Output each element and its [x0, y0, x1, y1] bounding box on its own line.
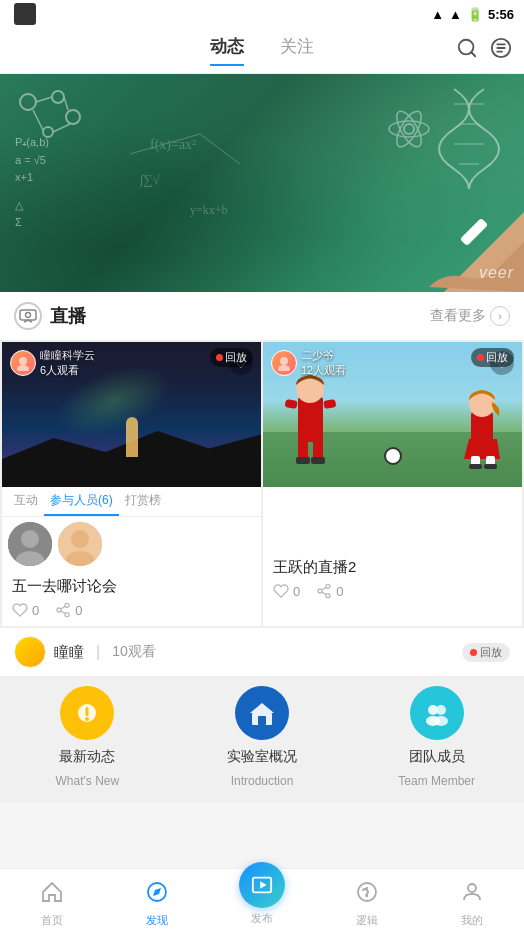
- card-2-share-count: 0: [336, 584, 343, 599]
- svg-rect-43: [298, 397, 323, 442]
- live-card-2-image: 二少爷 12人观看 ♡ 回放: [263, 342, 522, 487]
- feature-tile-team[interactable]: 团队成员 Team Member: [349, 686, 524, 788]
- card-1-title: 五一去哪讨论会: [12, 577, 251, 596]
- svg-line-10: [36, 97, 52, 102]
- svg-marker-68: [250, 703, 274, 713]
- svg-rect-69: [258, 716, 266, 725]
- svg-rect-47: [296, 457, 310, 464]
- live-card-2[interactable]: 二少爷 12人观看 ♡ 回放 王跃的直播2 0: [263, 342, 522, 626]
- wifi-icon: ▲: [431, 7, 444, 22]
- nav-icons: [456, 37, 512, 65]
- svg-point-6: [20, 94, 36, 110]
- svg-point-9: [43, 127, 53, 137]
- svg-rect-65: [86, 707, 89, 716]
- live-section-title: 直播: [50, 304, 86, 328]
- whats-new-label-zh: 最新动态: [59, 748, 115, 766]
- svg-line-13: [33, 110, 43, 130]
- card-2-avatar: [271, 350, 297, 376]
- see-more-text: 查看更多: [430, 307, 486, 325]
- card-1-streamer-name: 瞳瞳科学云: [40, 348, 95, 363]
- see-more-btn[interactable]: 查看更多 ›: [430, 306, 510, 326]
- bottom-stream-name: 瞳瞳: [54, 643, 84, 662]
- svg-line-11: [64, 97, 68, 110]
- red-dot: [216, 354, 223, 361]
- see-more-circle-icon: ›: [490, 306, 510, 326]
- whats-new-icon: [60, 686, 114, 740]
- svg-line-41: [61, 611, 66, 614]
- status-bar: ▲ ▲ 🔋 5:56: [0, 0, 524, 28]
- participants-row: [2, 517, 261, 571]
- top-nav: 动态 关注: [0, 28, 524, 74]
- svg-rect-56: [484, 464, 497, 469]
- svg-point-58: [278, 365, 290, 371]
- home-icon: [40, 880, 64, 910]
- svg-rect-49: [285, 399, 298, 409]
- veer-watermark: veer: [479, 264, 514, 282]
- bottom-stream-avatar: [14, 636, 46, 668]
- bottom-replay-label: 回放: [480, 645, 502, 660]
- svg-point-71: [436, 705, 446, 715]
- hero-banner: P₄(a,b) a = √5 x+1 △ Σ: [0, 74, 524, 292]
- svg-point-31: [17, 365, 29, 371]
- tab-dongtai[interactable]: 动态: [210, 35, 244, 66]
- card-2-avatar-info: 二少爷 12人观看: [271, 348, 346, 378]
- card-2-likes: 0: [273, 583, 300, 599]
- card-1-avatar: [10, 350, 36, 376]
- svg-point-81: [468, 884, 476, 892]
- svg-marker-77: [260, 881, 266, 888]
- tab-guanzhu[interactable]: 关注: [280, 35, 314, 66]
- card-1-replay-badge: 回放: [210, 348, 253, 367]
- svg-point-59: [326, 584, 330, 588]
- bottom-nav: 首页 发现 发布 逻辑: [0, 868, 524, 932]
- svg-point-33: [21, 530, 39, 548]
- card-2-stats: 0 0: [273, 583, 512, 599]
- bottom-red-dot: [470, 649, 477, 656]
- svg-point-39: [57, 608, 61, 612]
- feature-tile-whats-new[interactable]: 最新动态 What's New: [0, 686, 175, 788]
- svg-rect-50: [323, 399, 336, 409]
- svg-marker-75: [153, 888, 161, 896]
- participant-avatar-1: [8, 522, 52, 566]
- svg-point-29: [26, 313, 31, 318]
- live-card-1-image: 瞳瞳科学云 6人观看 ♡ 回放: [2, 342, 261, 487]
- live-card-1[interactable]: 瞳瞳科学云 6人观看 ♡ 回放 互动 参与人员(6) 打赏榜: [2, 342, 261, 626]
- nav-item-publish[interactable]: 发布: [210, 876, 315, 926]
- message-icon[interactable]: [490, 37, 512, 65]
- time: 5:56: [488, 7, 514, 22]
- card-1-stats: 0 0: [12, 602, 251, 618]
- whats-new-label-en: What's New: [56, 774, 120, 788]
- nav-item-home[interactable]: 首页: [0, 874, 105, 928]
- card-2-content: 王跃的直播2 0 0: [263, 552, 522, 607]
- nav-item-sleep[interactable]: 逻辑: [314, 874, 419, 928]
- bottom-viewer-count: 10观看: [112, 643, 156, 661]
- svg-point-8: [66, 110, 80, 124]
- bottom-stream-section: 瞳瞳 | 10观看 回放 最新动态 What's New: [0, 628, 524, 802]
- svg-point-60: [318, 589, 322, 593]
- team-label-en: Team Member: [398, 774, 475, 788]
- signal-icon: ▲: [449, 7, 462, 22]
- nav-item-profile[interactable]: 我的: [419, 874, 524, 928]
- card-2-shares: 0: [316, 583, 343, 599]
- svg-rect-55: [469, 464, 482, 469]
- svg-point-57: [280, 357, 288, 365]
- card-2-streamer-name: 二少爷: [301, 348, 346, 363]
- svg-line-12: [53, 124, 70, 132]
- svg-rect-48: [311, 457, 325, 464]
- svg-line-62: [322, 592, 327, 595]
- card-tab-interaction[interactable]: 互动: [8, 487, 44, 516]
- card-tab-ranking[interactable]: 打赏榜: [119, 487, 167, 516]
- card-1-avatar-info: 瞳瞳科学云 6人观看: [10, 348, 95, 378]
- card-tab-participants[interactable]: 参与人员(6): [44, 487, 119, 516]
- intro-icon: [235, 686, 289, 740]
- feature-tile-intro[interactable]: 实验室概况 Introduction: [175, 686, 350, 788]
- publish-circle-icon: [239, 862, 285, 908]
- team-label-zh: 团队成员: [409, 748, 465, 766]
- card-1-replay-label: 回放: [225, 350, 247, 365]
- discover-icon: [145, 880, 169, 910]
- card-1-content: 五一去哪讨论会 0 0: [2, 571, 261, 626]
- card-1-share-count: 0: [75, 603, 82, 618]
- nav-item-discover[interactable]: 发现: [105, 874, 210, 928]
- sleep-icon: [355, 880, 379, 910]
- search-icon[interactable]: [456, 37, 478, 65]
- svg-point-7: [52, 91, 64, 103]
